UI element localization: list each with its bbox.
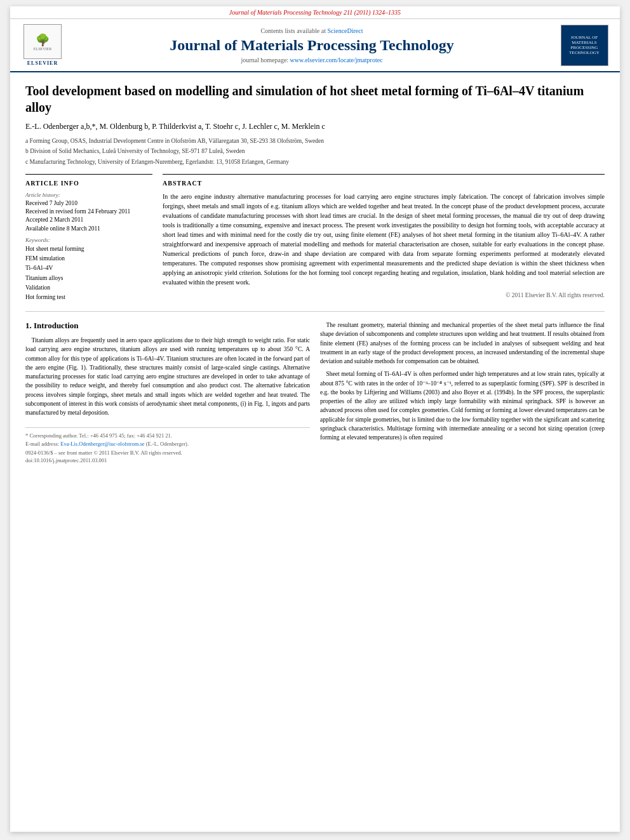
- footnote-email: E-mail address: Eva-Lis.Odenberger@iuc-o…: [25, 440, 310, 448]
- received-revised-date: Received in revised form 24 February 201…: [25, 208, 152, 216]
- abstract-copyright: © 2011 Elsevier B.V. All rights reserved…: [163, 292, 605, 298]
- keyword-5: Validation: [25, 283, 152, 293]
- main-content: Tool development based on modelling and …: [10, 72, 620, 474]
- section1-right-para2: Sheet metal forming of Ti–6Al–4V is ofte…: [320, 370, 605, 442]
- elsevier-label: ELSEVIER: [27, 60, 58, 66]
- journal-logo-box: JOURNAL OF MATERIALS PROCESSING TECHNOLO…: [561, 25, 608, 66]
- article-title: Tool development based on modelling and …: [25, 83, 605, 116]
- accepted-date: Accepted 2 March 2011: [25, 216, 152, 224]
- header-section: 🌳 ELSEVIER ELSEVIER Contents lists avail…: [10, 19, 620, 72]
- footnote-section: * Corresponding author. Tel.: +46 454 97…: [25, 427, 310, 463]
- footnote-corresponding: * Corresponding author. Tel.: +46 454 97…: [25, 432, 310, 440]
- section-divider: [25, 311, 605, 312]
- keyword-4: Titanium alloys: [25, 274, 152, 283]
- body-right-col: The resultant geometry, material thinnin…: [320, 321, 605, 463]
- article-info-abstract-section: ARTICLE INFO Article history: Received 7…: [25, 174, 605, 302]
- abstract-col: ABSTRACT In the aero engine industry alt…: [163, 174, 605, 302]
- elsevier-logo-subtext: ELSEVIER: [34, 47, 51, 51]
- section1-para1: Titanium alloys are frequently used in a…: [25, 336, 310, 417]
- authors-text: E.-L. Odenberger a,b,*, M. Oldenburg b, …: [25, 122, 325, 131]
- affiliation-a: a Forming Group, OSAS, Industrial Develo…: [25, 137, 605, 145]
- article-info-header: ARTICLE INFO: [25, 180, 152, 187]
- homepage-url[interactable]: www.elsevier.com/locate/jmatprotec: [290, 57, 383, 63]
- section1-number: 1.: [25, 321, 32, 330]
- section1-title-text: Introduction: [34, 321, 79, 330]
- sciencedirect-link[interactable]: ScienceDirect: [327, 27, 363, 34]
- body-section: 1. Introduction Titanium alloys are freq…: [25, 321, 605, 463]
- journal-homepage: journal homepage: www.elsevier.com/locat…: [71, 57, 553, 63]
- body-left-col: 1. Introduction Titanium alloys are freq…: [25, 321, 310, 463]
- copyright-bottom: 0924-0136/$ – see front matter © 2011 El…: [25, 450, 310, 456]
- keyword-1: Hot sheet metal forming: [25, 244, 152, 254]
- abstract-header: ABSTRACT: [163, 180, 605, 187]
- journal-logo-right: JOURNAL OF MATERIALS PROCESSING TECHNOLO…: [559, 25, 610, 66]
- section1-body: Titanium alloys are frequently used in a…: [25, 336, 310, 417]
- journal-citation: Journal of Materials Processing Technolo…: [229, 9, 401, 16]
- keyword-3: Ti–6Al–4V: [25, 263, 152, 273]
- affiliations: a Forming Group, OSAS, Industrial Develo…: [25, 137, 605, 166]
- elsevier-logo: 🌳 ELSEVIER ELSEVIER: [20, 24, 65, 66]
- journal-title-header: Journal of Materials Processing Technolo…: [71, 37, 553, 54]
- elsevier-logo-box: 🌳 ELSEVIER: [23, 24, 62, 59]
- section1-title: 1. Introduction: [25, 321, 310, 331]
- section1-right-body: The resultant geometry, material thinnin…: [320, 321, 605, 442]
- keyword-6: Hot forming test: [25, 293, 152, 302]
- doi-line: doi:10.1016/j.jmatprotec.2011.03.001: [25, 457, 310, 463]
- journal-logo-text: JOURNAL OF MATERIALS PROCESSING TECHNOLO…: [564, 35, 605, 55]
- section1-right-para1: The resultant geometry, material thinnin…: [320, 321, 605, 366]
- footnote-email-address[interactable]: Eva-Lis.Odenberger@iuc-olofstrom.se: [60, 441, 144, 447]
- history-label: Article history:: [25, 192, 152, 198]
- affiliation-c: c Manufacturing Technology, University o…: [25, 157, 605, 166]
- keywords-list: Hot sheet metal forming FEM simulation T…: [25, 244, 152, 302]
- available-date: Available online 8 March 2011: [25, 225, 152, 233]
- abstract-text: In the aero engine industry alternative …: [163, 192, 605, 287]
- received-date: Received 7 July 2010: [25, 199, 152, 208]
- article-info-col: ARTICLE INFO Article history: Received 7…: [25, 174, 152, 302]
- affiliation-b: b Division of Solid Mechanics, Luleå Uni…: [25, 147, 605, 156]
- elsevier-tree-icon: 🌳: [36, 33, 50, 47]
- authors: E.-L. Odenberger a,b,*, M. Oldenburg b, …: [25, 122, 605, 131]
- keyword-2: FEM simulation: [25, 254, 152, 263]
- journal-bar: Journal of Materials Processing Technolo…: [10, 6, 620, 19]
- contents-line: Contents lists available at ScienceDirec…: [71, 27, 553, 34]
- header-center: Contents lists available at ScienceDirec…: [71, 27, 553, 63]
- page: Journal of Materials Processing Technolo…: [10, 6, 620, 832]
- keywords-label: Keywords:: [25, 237, 152, 243]
